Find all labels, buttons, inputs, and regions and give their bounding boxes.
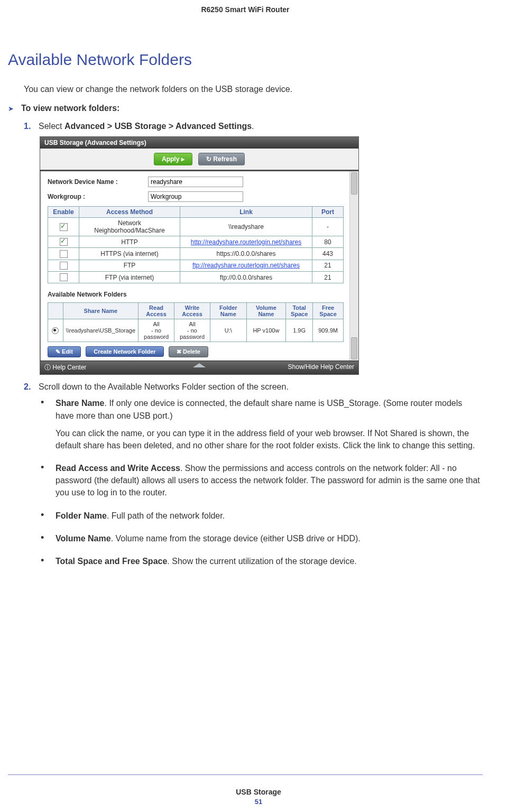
- cell-link: https://0.0.0.0/shares: [180, 248, 312, 260]
- col-method: Access Method: [79, 207, 180, 218]
- bullet-dot-icon: •: [41, 397, 56, 457]
- bullet-dot-icon: •: [41, 462, 56, 504]
- access-row: HTTPhttp://readyshare.routerlogin.net/sh…: [48, 236, 344, 248]
- expand-icon[interactable]: [193, 363, 206, 367]
- fcol-folder: Folder Name: [210, 303, 246, 319]
- panel-title: USB Storage (Advanced Settings): [40, 137, 358, 149]
- help-center-button[interactable]: ⓘ Help Center: [44, 363, 86, 372]
- task-arrow-icon: ➤: [8, 105, 21, 113]
- bullet-item: •Folder Name. Full path of the network f…: [41, 510, 483, 527]
- cell-write: All - no password: [174, 319, 210, 342]
- bullet-content: Share Name. If only one device is connec…: [56, 397, 483, 457]
- enable-checkbox[interactable]: [60, 262, 68, 270]
- col-port: Port: [312, 207, 344, 218]
- step-number-1: 1.: [24, 122, 39, 131]
- cell-link: \\readyshare: [180, 218, 312, 236]
- cell-read: All - no password: [139, 319, 174, 342]
- bullet-content: Total Space and Free Space. Show the cur…: [56, 555, 483, 573]
- bullet-content: Volume Name. Volume name from the storag…: [56, 532, 483, 550]
- cell-link: ftp://readyshare.routerlogin.net/shares: [180, 260, 312, 271]
- cell-link: ftp://0.0.0.0/shares: [180, 271, 312, 283]
- fcol-total: Total Space: [286, 303, 313, 319]
- cell-total: 1.9G: [286, 319, 313, 342]
- bullet-dot-icon: •: [41, 532, 56, 550]
- bullet-item: •Read Access and Write Access. Show the …: [41, 462, 483, 504]
- running-footer: USB Storage: [0, 788, 517, 796]
- bullet-dot-icon: •: [41, 555, 56, 573]
- enable-checkbox[interactable]: [60, 223, 68, 231]
- step-2-text: Scroll down to the Available Networks Fo…: [39, 382, 289, 392]
- cell-method: FTP (via internet): [79, 271, 180, 283]
- scrollbar[interactable]: [349, 171, 358, 361]
- enable-checkbox[interactable]: [60, 238, 68, 246]
- cell-port: 21: [312, 260, 344, 271]
- apply-button[interactable]: Apply ▸: [154, 153, 192, 165]
- embedded-screenshot: USB Storage (Advanced Settings) Apply ▸ …: [40, 136, 483, 375]
- fcol-share: Share Name: [63, 303, 138, 319]
- access-link[interactable]: http://readyshare.routerlogin.net/shares: [191, 238, 301, 246]
- cell-folder: U:\: [210, 319, 246, 342]
- cell-volume: HP v100w: [246, 319, 285, 342]
- bullet-item: •Total Space and Free Space. Show the cu…: [41, 555, 483, 573]
- bullet-content: Folder Name. Full path of the network fo…: [56, 510, 483, 527]
- section-title: Available Network Folders: [8, 51, 483, 69]
- cell-port: 80: [312, 236, 344, 248]
- show-hide-help-button[interactable]: Show/Hide Help Center: [288, 363, 354, 372]
- device-name-input[interactable]: [148, 177, 243, 187]
- fcol-write: Write Access: [174, 303, 210, 319]
- bullet-dot-icon: •: [41, 510, 56, 527]
- task-heading: To view network folders:: [21, 104, 119, 113]
- enable-checkbox[interactable]: [60, 250, 68, 258]
- edit-button[interactable]: ✎ Edit: [48, 346, 81, 357]
- folders-table: Share Name Read Access Write Access Fold…: [48, 302, 344, 342]
- step-1-text: Select Advanced > USB Storage > Advanced…: [39, 122, 254, 131]
- cell-link: http://readyshare.routerlogin.net/shares: [180, 236, 312, 248]
- folder-row[interactable]: \\readyshare\USB_Storage All - no passwo…: [48, 319, 344, 342]
- access-row: HTTPS (via internet)https://0.0.0.0/shar…: [48, 248, 344, 260]
- bullet-item: •Volume Name. Volume name from the stora…: [41, 532, 483, 550]
- refresh-button[interactable]: ↻ Refresh: [198, 153, 245, 165]
- bullet-item: •Share Name. If only one device is conne…: [41, 397, 483, 457]
- fcol-read: Read Access: [139, 303, 174, 319]
- cell-method: FTP: [79, 260, 180, 271]
- workgroup-label: Workgroup :: [48, 193, 148, 200]
- access-row: FTP (via internet)ftp://0.0.0.0/shares21: [48, 271, 344, 283]
- create-folder-button[interactable]: Create Network Folder: [86, 346, 163, 357]
- device-name-label: Network Device Name :: [48, 178, 148, 186]
- enable-checkbox[interactable]: [60, 273, 68, 281]
- footer-divider: [8, 774, 483, 775]
- step-number-2: 2.: [24, 382, 39, 392]
- access-row: Network Neighborhood/MacShare\\readyshar…: [48, 218, 344, 236]
- page-number: 51: [0, 798, 517, 806]
- running-header: R6250 Smart WiFi Router: [8, 5, 483, 14]
- cell-method: HTTP: [79, 236, 180, 248]
- cell-method: HTTPS (via internet): [79, 248, 180, 260]
- fcol-volume: Volume Name: [246, 303, 285, 319]
- intro-text: You can view or change the network folde…: [24, 85, 483, 94]
- available-folders-header: Available Network Folders: [48, 291, 351, 298]
- cell-port: 443: [312, 248, 344, 260]
- col-enable: Enable: [48, 207, 79, 218]
- access-row: FTPftp://readyshare.routerlogin.net/shar…: [48, 260, 344, 271]
- bullet-content: Read Access and Write Access. Show the p…: [56, 462, 483, 504]
- cell-free: 909.9M: [313, 319, 344, 342]
- cell-port: -: [312, 218, 344, 236]
- cell-port: 21: [312, 271, 344, 283]
- access-link[interactable]: ftp://readyshare.routerlogin.net/shares: [192, 262, 300, 269]
- col-link: Link: [180, 207, 312, 218]
- cell-share: \\readyshare\USB_Storage: [63, 319, 138, 342]
- cell-method: Network Neighborhood/MacShare: [79, 218, 180, 236]
- fcol-free: Free Space: [313, 303, 344, 319]
- row-radio[interactable]: [52, 327, 59, 334]
- access-method-table: Enable Access Method Link Port Network N…: [48, 206, 344, 283]
- workgroup-input[interactable]: [148, 191, 243, 202]
- delete-button[interactable]: ✖ Delete: [169, 346, 208, 357]
